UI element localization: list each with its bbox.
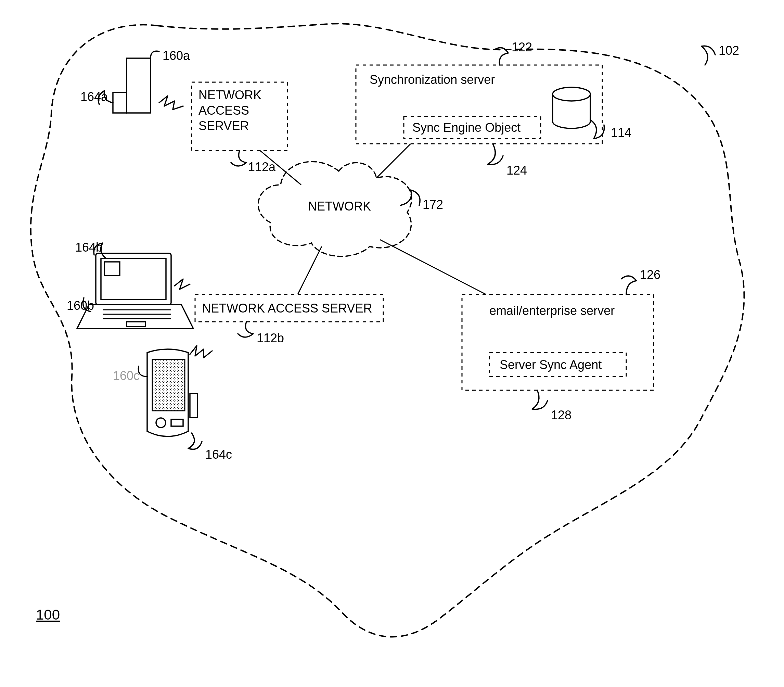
svg-rect-11	[113, 92, 126, 113]
tower-device-icon	[113, 58, 151, 113]
leader-172	[400, 190, 420, 205]
nas1-line2: ACCESS	[198, 104, 249, 117]
figure-number: 100	[36, 606, 60, 623]
boundary-cloud	[31, 24, 744, 637]
svg-rect-10	[126, 58, 151, 113]
leader-128	[532, 390, 548, 409]
leader-126	[621, 276, 636, 294]
nas2-box: NETWORK ACCESS SERVER	[195, 294, 383, 322]
leader-112b	[238, 322, 253, 337]
sync-server-box: Synchronization server Sync Engine Objec…	[356, 65, 602, 144]
leader-102	[702, 46, 715, 65]
leader-160c	[138, 366, 147, 376]
svg-rect-12	[96, 253, 171, 305]
svg-rect-15	[126, 322, 146, 327]
link-cloud-sync	[376, 144, 411, 178]
sync-server-title: Synchronization server	[370, 72, 495, 87]
ref-114: 114	[611, 126, 631, 140]
leader-112a	[231, 151, 246, 166]
network-label: NETWORK	[308, 199, 371, 213]
svg-rect-13	[101, 258, 166, 299]
ref-172: 172	[423, 197, 443, 212]
pda-device-icon	[147, 349, 197, 436]
nas1-line3: SERVER	[198, 119, 249, 133]
laptop-device-icon	[77, 253, 194, 329]
svg-point-17	[156, 418, 166, 427]
email-server-box: email/enterprise server Server Sync Agen…	[462, 294, 654, 390]
ref-102: 102	[718, 43, 739, 58]
ref-160a: 160a	[162, 49, 190, 62]
nas2-label: NETWORK ACCESS SERVER	[202, 301, 372, 315]
ref-124: 124	[507, 163, 527, 178]
ref-160c: 160c	[113, 369, 139, 383]
nas1-line1: NETWORK	[198, 88, 261, 102]
database-icon	[553, 87, 590, 128]
network-cloud: NETWORK	[258, 161, 411, 256]
ref-164c: 164c	[205, 447, 232, 462]
ref-164a: 164a	[80, 90, 108, 104]
wireless-laptop-nas2	[174, 279, 190, 289]
ref-112b: 112b	[257, 331, 284, 345]
wireless-pda-nas2	[190, 346, 212, 358]
ref-126: 126	[640, 268, 661, 282]
email-server-title: email/enterprise server	[489, 304, 615, 318]
ref-128: 128	[551, 408, 571, 422]
nas1-box: NETWORK ACCESS SERVER	[192, 82, 287, 151]
link-cloud-email	[380, 240, 486, 294]
leader-160a	[151, 51, 159, 58]
ref-164b: 164b	[75, 240, 103, 254]
svg-rect-18	[171, 419, 183, 426]
svg-rect-14	[104, 262, 120, 276]
ref-160b: 160b	[67, 299, 94, 312]
svg-point-7	[553, 87, 590, 101]
svg-rect-16	[152, 360, 185, 411]
leader-164c	[188, 433, 202, 449]
ref-122: 122	[512, 40, 532, 54]
ref-112a: 112a	[248, 160, 276, 174]
link-cloud-nas2	[298, 247, 321, 294]
wireless-tower-nas1	[159, 96, 183, 110]
sync-engine-label: Sync Engine Object	[412, 120, 520, 135]
server-sync-agent-label: Server Sync Agent	[500, 358, 602, 372]
svg-rect-19	[190, 394, 197, 417]
leader-124	[488, 144, 503, 164]
